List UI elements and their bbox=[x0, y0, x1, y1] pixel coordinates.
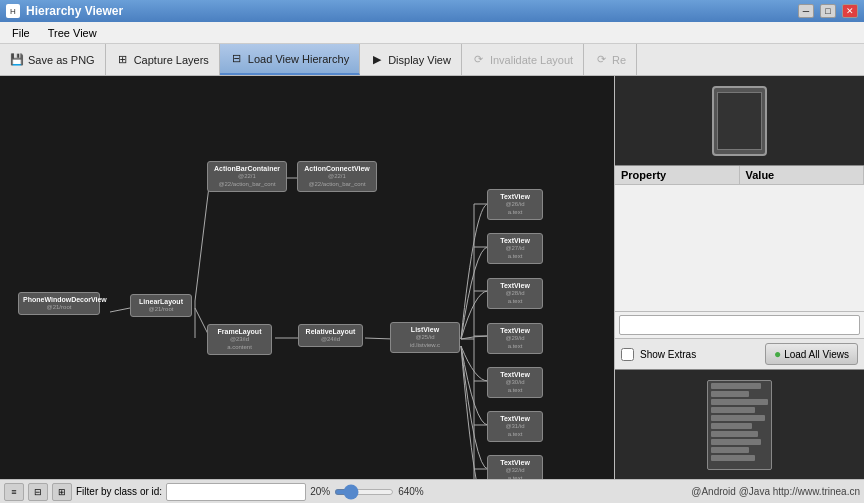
invalidate-layout-button[interactable]: ⟳ Invalidate Layout bbox=[462, 44, 584, 75]
status-bar: ≡ ⊟ ⊞ Filter by class or id: 20% 640% @A… bbox=[0, 479, 864, 503]
node-linear-layout[interactable]: LinearLayout @21/root bbox=[130, 294, 192, 317]
property-buttons: Show Extras ● Load All Views bbox=[615, 338, 864, 369]
node-textview6[interactable]: TextView @31/id a.text bbox=[487, 411, 543, 442]
zoom-left-label: 20% bbox=[310, 486, 330, 497]
load-view-hierarchy-button[interactable]: ⊟ Load View Hierarchy bbox=[220, 44, 360, 75]
node-textview3[interactable]: TextView @28/id a.text bbox=[487, 278, 543, 309]
value-column-header: Value bbox=[740, 166, 865, 184]
node-textview5[interactable]: TextView @30/id a.text bbox=[487, 367, 543, 398]
display-icon: ▶ bbox=[370, 53, 384, 67]
right-panel: Property Value Show Extras ● Load All Vi… bbox=[614, 76, 864, 479]
capture-layers-button[interactable]: ⊞ Capture Layers bbox=[106, 44, 220, 75]
filter-label: Filter by class or id: bbox=[76, 486, 162, 497]
node-action-connect-view[interactable]: ActionConnectView @22/1 @22/action_bar_c… bbox=[297, 161, 377, 192]
node-textview1[interactable]: TextView @26/id a.text bbox=[487, 189, 543, 220]
property-input-row bbox=[615, 311, 864, 338]
toolbar: 💾 Save as PNG ⊞ Capture Layers ⊟ Load Vi… bbox=[0, 44, 864, 76]
svg-line-0 bbox=[110, 308, 130, 312]
minimap-inner bbox=[707, 380, 772, 470]
minimize-button[interactable]: ─ bbox=[798, 4, 814, 18]
maximize-button[interactable]: □ bbox=[820, 4, 836, 18]
status-grid-button[interactable]: ⊞ bbox=[52, 483, 72, 501]
properties-rows bbox=[615, 185, 864, 245]
status-tree-button[interactable]: ⊟ bbox=[28, 483, 48, 501]
node-frame-layout[interactable]: FrameLayout @23/id a.content bbox=[207, 324, 272, 355]
node-textview2[interactable]: TextView @27/id a.text bbox=[487, 233, 543, 264]
menu-tree-view[interactable]: Tree View bbox=[40, 25, 105, 41]
node-textview7[interactable]: TextView @32/id a.text bbox=[487, 455, 543, 479]
node-list-view[interactable]: ListView @25/id id.listview.c bbox=[390, 322, 460, 353]
show-extras-checkbox[interactable] bbox=[621, 348, 634, 361]
show-extras-label: Show Extras bbox=[640, 349, 696, 360]
filter-input[interactable] bbox=[166, 483, 306, 501]
window-title: Hierarchy Viewer bbox=[26, 4, 792, 18]
device-frame bbox=[712, 86, 767, 156]
node-phone-window[interactable]: PhoneWindowDecorView @21/root bbox=[18, 292, 100, 315]
load-all-views-button[interactable]: ● Load All Views bbox=[765, 343, 858, 365]
display-view-button[interactable]: ▶ Display View bbox=[360, 44, 462, 75]
main-content: PhoneWindowDecorView @21/root LinearLayo… bbox=[0, 76, 864, 479]
app-icon: H bbox=[6, 4, 20, 18]
node-textview4[interactable]: TextView @29/id a.text bbox=[487, 323, 543, 354]
status-list-button[interactable]: ≡ bbox=[4, 483, 24, 501]
properties-panel: Property Value bbox=[615, 166, 864, 311]
save-icon: 💾 bbox=[10, 53, 24, 67]
load-all-icon: ● bbox=[774, 347, 781, 361]
menu-bar: File Tree View bbox=[0, 22, 864, 44]
capture-icon: ⊞ bbox=[116, 53, 130, 67]
close-button[interactable]: ✕ bbox=[842, 4, 858, 18]
load-hierarchy-icon: ⊟ bbox=[230, 52, 244, 66]
re-button[interactable]: ⟳ Re bbox=[584, 44, 637, 75]
device-screen bbox=[717, 92, 762, 150]
svg-line-5 bbox=[365, 338, 393, 339]
property-column-header: Property bbox=[615, 166, 740, 184]
tree-canvas[interactable]: PhoneWindowDecorView @21/root LinearLayo… bbox=[0, 76, 614, 479]
zoom-slider[interactable] bbox=[334, 489, 394, 495]
url-text: @Android @Java http://www.trinea.cn bbox=[691, 486, 860, 497]
property-input[interactable] bbox=[619, 315, 860, 335]
node-relative-layout[interactable]: RelativeLayout @24/id bbox=[298, 324, 363, 347]
re-icon: ⟳ bbox=[594, 53, 608, 67]
svg-line-1 bbox=[195, 178, 210, 301]
minimap bbox=[615, 369, 864, 479]
tree-panel[interactable]: PhoneWindowDecorView @21/root LinearLayo… bbox=[0, 76, 614, 479]
device-preview bbox=[615, 76, 864, 166]
properties-header: Property Value bbox=[615, 166, 864, 185]
save-png-button[interactable]: 💾 Save as PNG bbox=[0, 44, 106, 75]
node-action-bar-container[interactable]: ActionBarContainer @22/1 @22/action_bar_… bbox=[207, 161, 287, 192]
zoom-right-label: 640% bbox=[398, 486, 424, 497]
invalidate-icon: ⟳ bbox=[472, 53, 486, 67]
title-bar: H Hierarchy Viewer ─ □ ✕ bbox=[0, 0, 864, 22]
menu-file[interactable]: File bbox=[4, 25, 38, 41]
